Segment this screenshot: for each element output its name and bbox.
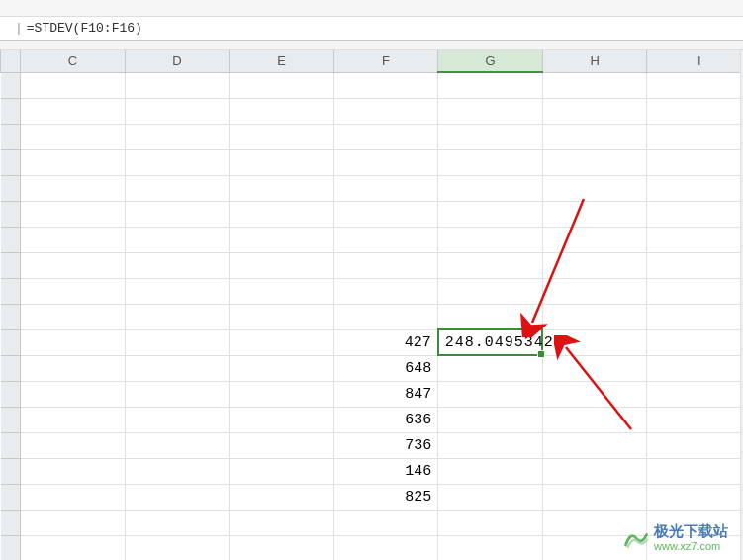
cell[interactable] [542,381,647,407]
cell-f-data[interactable]: 427 [333,329,438,355]
row-header[interactable] [1,252,21,278]
cell[interactable] [230,432,334,458]
row-header[interactable] [1,535,21,560]
cell[interactable] [125,484,230,510]
cell[interactable] [647,175,743,201]
cell[interactable] [333,304,438,329]
cell-f-data[interactable]: 825 [333,484,438,510]
row-header[interactable] [1,381,21,407]
cell[interactable] [438,98,543,124]
cell[interactable] [542,407,647,432]
cell[interactable] [230,278,334,304]
cell[interactable] [230,535,334,560]
cell[interactable] [333,175,438,201]
cell[interactable] [21,510,126,535]
cell[interactable] [333,98,438,124]
cell[interactable] [230,484,334,510]
cell[interactable] [647,72,743,98]
cell[interactable] [230,72,334,98]
cell[interactable] [21,98,126,124]
cell[interactable] [230,201,334,227]
cell[interactable] [542,458,647,484]
formula-bar[interactable]: | =STDEV(F10:F16) [0,17,743,41]
cell[interactable] [647,510,743,535]
cell-f-data[interactable]: 736 [333,432,438,458]
cell[interactable] [438,72,543,98]
row-header[interactable] [1,484,21,510]
cell[interactable] [125,329,230,355]
cell[interactable] [542,329,647,355]
cell[interactable] [21,124,126,149]
cell[interactable] [125,72,230,98]
row-header[interactable] [1,201,21,227]
cell[interactable] [542,227,647,252]
cell[interactable] [125,381,230,407]
cell[interactable] [230,124,334,149]
cell[interactable] [230,407,334,432]
cell[interactable] [542,149,647,175]
cell[interactable] [438,432,543,458]
cell[interactable] [125,175,230,201]
cell[interactable] [542,252,647,278]
cell[interactable] [647,278,743,304]
cell[interactable] [333,510,438,535]
cell[interactable] [125,535,230,560]
cell[interactable] [125,458,230,484]
col-header-c[interactable]: C [21,50,126,72]
cell[interactable] [438,252,543,278]
cell-selected[interactable]: 248.0495342 [438,329,543,355]
row-header[interactable] [1,124,21,149]
cell[interactable] [647,124,743,149]
cell[interactable] [542,98,647,124]
cell[interactable] [647,304,743,329]
row-header[interactable] [1,407,21,432]
cell[interactable] [542,484,647,510]
cell[interactable] [333,149,438,175]
cell[interactable] [542,510,647,535]
col-header-e[interactable]: E [230,50,334,72]
cell[interactable] [230,252,334,278]
cell[interactable] [438,201,543,227]
cell[interactable] [21,484,126,510]
cell[interactable] [21,407,126,432]
cell[interactable] [125,510,230,535]
cell[interactable] [438,355,543,381]
cell[interactable] [21,149,126,175]
cell[interactable] [21,72,126,98]
select-all-corner[interactable] [1,50,21,72]
cell[interactable] [230,149,334,175]
row-header[interactable] [1,510,21,535]
cell[interactable] [230,304,334,329]
cell-f-data[interactable]: 847 [333,381,438,407]
cell[interactable] [438,381,543,407]
row-header[interactable] [1,278,21,304]
col-header-d[interactable]: D [125,50,230,72]
cell[interactable] [647,329,743,355]
cell[interactable] [647,484,743,510]
cell[interactable] [333,252,438,278]
cell[interactable] [125,432,230,458]
cell[interactable] [333,72,438,98]
row-header[interactable] [1,432,21,458]
cell[interactable] [647,252,743,278]
row-header[interactable] [1,458,21,484]
col-header-g[interactable]: G [438,50,543,72]
row-header[interactable] [1,149,21,175]
cell[interactable] [125,98,230,124]
cell[interactable] [647,432,743,458]
cell[interactable] [21,381,126,407]
cell[interactable] [333,201,438,227]
row-header[interactable] [1,72,21,98]
cell[interactable] [438,175,543,201]
cell[interactable] [438,535,543,560]
cell[interactable] [438,458,543,484]
cell[interactable] [21,458,126,484]
cell[interactable] [230,329,334,355]
col-header-i[interactable]: I [647,50,743,72]
cell[interactable] [125,355,230,381]
cell[interactable] [125,407,230,432]
cell[interactable] [438,227,543,252]
row-header[interactable] [1,175,21,201]
cell[interactable] [647,201,743,227]
row-header[interactable] [1,227,21,252]
